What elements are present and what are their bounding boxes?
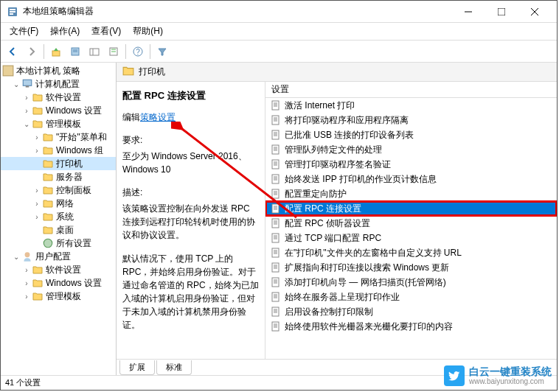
- expand-icon[interactable]: ›: [32, 185, 42, 195]
- tree-windows-components[interactable]: › Windows 组: [1, 144, 116, 157]
- policy-item-icon: [270, 173, 282, 185]
- up-button[interactable]: [47, 43, 65, 60]
- tree-windows-settings[interactable]: › Windows 设置: [1, 104, 116, 117]
- maximize-button[interactable]: [485, 1, 518, 22]
- requirements-text: 至少为 Windows Server 2016、Windows 10: [122, 150, 259, 176]
- expand-icon[interactable]: ›: [21, 265, 32, 275]
- folder-icon: [32, 290, 44, 302]
- collapse-icon[interactable]: ⌄: [11, 79, 21, 89]
- menu-help[interactable]: 帮助(H): [127, 23, 169, 40]
- tree-control-panel[interactable]: › 控制面板: [1, 183, 116, 197]
- list-item[interactable]: 添加打印机向导 — 网络扫描页(托管网络): [265, 275, 557, 290]
- filter-button[interactable]: [153, 43, 171, 60]
- list-item[interactable]: 配置 RPC 侦听器设置: [265, 216, 557, 231]
- column-header-setting[interactable]: 设置: [271, 83, 551, 96]
- expand-icon[interactable]: ›: [21, 278, 32, 288]
- expand-icon[interactable]: ›: [32, 198, 42, 209]
- close-button[interactable]: [518, 1, 551, 22]
- tree-software-settings[interactable]: › 软件设置: [1, 91, 116, 104]
- list-item[interactable]: 管理打印驱动程序签名验证: [265, 157, 557, 172]
- expand-icon[interactable]: ›: [21, 92, 32, 102]
- expand-icon[interactable]: ›: [32, 132, 42, 142]
- list-item[interactable]: 始终在服务器上呈现打印作业: [265, 290, 557, 304]
- toolbar-separator: [44, 44, 44, 59]
- list-item-label: 始终在服务器上呈现打印作业: [285, 291, 400, 304]
- list-header[interactable]: 设置: [265, 82, 557, 98]
- svg-rect-30: [272, 130, 279, 139]
- expand-icon[interactable]: ›: [21, 291, 32, 301]
- tab-standard[interactable]: 标准: [156, 360, 192, 375]
- computer-icon: [21, 78, 33, 90]
- svg-rect-2: [10, 11, 15, 13]
- tree-user-windows[interactable]: › Windows 设置: [1, 276, 116, 290]
- edit-prefix: 编辑: [122, 112, 140, 122]
- folder-icon: [122, 66, 134, 78]
- svg-point-20: [44, 239, 52, 247]
- list-item[interactable]: 已批准 USB 连接的打印设备列表: [265, 127, 557, 142]
- folder-icon: [32, 277, 44, 289]
- show-hide-button[interactable]: [86, 43, 103, 60]
- list-item-label: 在"打印机"文件夹的左窗格中自定义支持 URL: [285, 247, 462, 259]
- tree-user-admin[interactable]: › 管理模板: [1, 290, 116, 303]
- svg-rect-17: [3, 66, 13, 76]
- edit-policy-link[interactable]: 策略设置: [140, 112, 176, 122]
- list-item[interactable]: 始终使用软件光栅器来光栅化要打印的内容: [265, 319, 557, 334]
- list-item[interactable]: 管理队列特定文件的处理: [265, 142, 557, 157]
- list-item[interactable]: 配置 RPC 连接设置: [265, 201, 557, 216]
- export-button[interactable]: [105, 43, 122, 60]
- toolbar-separator: [150, 44, 150, 59]
- forward-button[interactable]: [23, 43, 41, 60]
- tree-server[interactable]: 服务器: [1, 170, 116, 183]
- menu-view[interactable]: 查看(V): [86, 23, 127, 40]
- list-item[interactable]: 在"打印机"文件夹的左窗格中自定义支持 URL: [265, 245, 557, 260]
- policy-item-icon: [270, 188, 282, 200]
- back-button[interactable]: [4, 43, 21, 60]
- tree-root[interactable]: 本地计算机 策略: [1, 64, 116, 77]
- list-item[interactable]: 激活 Internet 打印: [265, 98, 557, 113]
- menu-action[interactable]: 操作(A): [44, 23, 86, 40]
- list-item[interactable]: 启用设备控制打印限制: [265, 304, 557, 319]
- list-item[interactable]: 将打印驱动程序和应用程序隔离: [265, 113, 557, 127]
- list-item-label: 启用设备控制打印限制: [285, 306, 373, 318]
- minimize-button[interactable]: [451, 1, 485, 22]
- window-controls: [451, 1, 551, 22]
- settings-list[interactable]: 激活 Internet 打印将打印驱动程序和应用程序隔离已批准 USB 连接的打…: [265, 98, 557, 359]
- tree-user-config[interactable]: ⌄ 用户配置: [1, 250, 116, 263]
- content-area: 本地计算机 策略 ⌄ 计算机配置 › 软件设置 › Windows 设置 ⌄ 管…: [1, 63, 557, 375]
- list-item[interactable]: 始终发送 IPP 打印机的作业页计数信息: [265, 172, 557, 186]
- tree-all-settings[interactable]: 所有设置: [1, 237, 116, 250]
- folder-icon: [32, 264, 44, 276]
- policy-item-icon: [270, 158, 282, 170]
- tree-computer-config[interactable]: ⌄ 计算机配置: [1, 77, 116, 91]
- collapse-icon[interactable]: ⌄: [21, 119, 32, 129]
- setting-name: 配置 RPC 连接设置: [122, 89, 259, 102]
- tree-user-software[interactable]: › 软件设置: [1, 263, 116, 276]
- list-item-label: 通过 TCP 端口配置 RPC: [285, 232, 381, 245]
- tree-desktop[interactable]: 桌面: [1, 223, 116, 237]
- list-item[interactable]: 配置重定向防护: [265, 186, 557, 201]
- expand-icon[interactable]: ›: [32, 211, 42, 222]
- svg-rect-19: [26, 85, 29, 87]
- list-item-label: 始终使用软件光栅器来光栅化要打印的内容: [285, 321, 453, 333]
- tree-start-menu[interactable]: › "开始"菜单和: [1, 130, 116, 144]
- svg-point-21: [25, 252, 30, 257]
- expand-icon[interactable]: ›: [32, 145, 42, 155]
- list-item[interactable]: 通过 TCP 端口配置 RPC: [265, 231, 557, 245]
- tree-printers[interactable]: 打印机: [1, 157, 116, 170]
- tab-extended[interactable]: 扩展: [119, 360, 155, 375]
- properties-button[interactable]: [66, 43, 84, 60]
- expand-icon[interactable]: ›: [21, 105, 32, 116]
- tree-system[interactable]: › 系统: [1, 210, 116, 223]
- collapse-icon[interactable]: ⌄: [11, 251, 21, 262]
- menu-file[interactable]: 文件(F): [4, 23, 44, 40]
- user-icon: [21, 251, 33, 262]
- list-item[interactable]: 扩展指向和打印连接以搜索 Windows 更新: [265, 260, 557, 275]
- tree-admin-templates[interactable]: ⌄ 管理模板: [1, 117, 116, 130]
- help-button[interactable]: ?: [129, 43, 147, 60]
- toolbar: ?: [1, 41, 557, 63]
- svg-rect-62: [272, 248, 279, 257]
- policy-item-icon: [270, 232, 282, 244]
- svg-rect-46: [272, 189, 279, 198]
- tree-network[interactable]: › 网络: [1, 197, 116, 210]
- folder-icon: [32, 91, 44, 103]
